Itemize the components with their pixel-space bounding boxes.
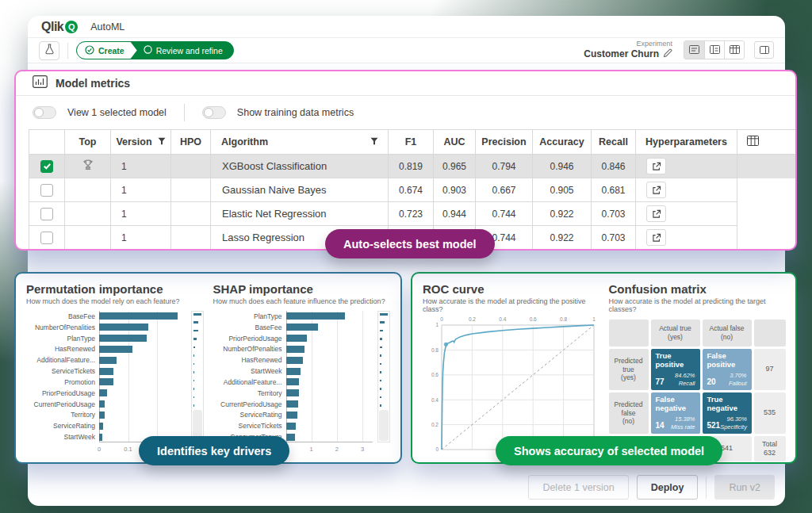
open-hyperparameters-button[interactable] [646,182,666,198]
table-view-button[interactable] [724,41,744,59]
cell-select[interactable] [29,202,65,226]
bar-track [99,412,186,419]
open-hyperparameters-button[interactable] [646,158,666,174]
bar-track [286,378,373,385]
bar-chart-rows: PlanTypeBaseFeePriorPeriodUsageNumberOfP… [213,311,373,442]
bar-row: NumberOfPenalties [213,345,373,353]
bar-label: NumberOfPenalities [26,323,99,331]
footer-divider [706,477,707,499]
filter-icon[interactable] [370,136,378,147]
bar-chart-rows: BaseFeeNumberOfPenalitiesPlanTypeHasRene… [26,311,186,442]
pencil-icon[interactable] [663,48,672,61]
col-picker[interactable] [737,129,795,155]
cm-grand-total: Total 632 [754,436,786,461]
confusion-cell-true-positive: True positive7784.62% Recall [651,349,700,390]
show-training-toggle[interactable] [202,106,226,119]
bar-label: PriorPeriodUsage [213,335,286,343]
list-view-button[interactable] [704,41,724,59]
svg-text:0.4: 0.4 [431,397,439,403]
bar-row: CurrentPeriodUsage [213,400,373,408]
experiment-config-button[interactable] [39,41,59,60]
confusion-matrix-chart: Confusion matrix How accurate is the mod… [609,282,786,454]
chart-title: ROC curve [423,282,599,296]
svg-text:0.2: 0.2 [431,422,439,427]
bar-label: AdditionalFeature... [26,356,99,364]
cell-accuracy: 0.922 [533,202,592,226]
x-tick-label: 1 [310,446,313,453]
view-selected-toggle[interactable] [33,106,56,119]
x-axis: 0123 [286,444,373,454]
bar [286,346,304,353]
open-hyperparameters-button[interactable] [646,205,666,222]
svg-text:0.4: 0.4 [499,316,506,322]
row-checkbox[interactable] [40,232,53,244]
bar-track [99,389,186,396]
bar-label: HasRenewed [213,356,286,364]
bar-row: CurrentPeriodUsage [26,400,186,408]
bar [99,368,113,375]
row-checkbox[interactable] [40,208,53,220]
col-top: Top [65,129,111,155]
bar-label: BaseFee [213,323,286,331]
bar-label: AdditionalFeature... [213,378,286,386]
bar-row: Territory [213,389,373,397]
cell-version: 1 [111,226,171,250]
bar [99,378,113,385]
cell-select[interactable] [29,226,65,250]
table-row[interactable]: 1Elastic Net Regression0.7230.9440.7440.… [29,202,795,226]
row-checkbox[interactable] [40,160,53,173]
cell-select[interactable] [29,178,65,202]
step-review-refine[interactable]: Review and refine [134,42,233,59]
key-drivers-badge: Identifies key drivers [139,436,289,465]
bar-track [286,389,373,396]
card-view-icon [689,43,699,57]
bar [99,400,105,408]
bar-label: StartWeek [213,367,286,375]
cell-algorithm: Elastic Net Regression [211,202,389,226]
svg-text:0: 0 [440,316,443,322]
step-create[interactable]: Create [77,42,137,59]
row-checkbox[interactable] [40,184,53,197]
roc-plot: 010.20.80.40.60.60.40.80.210 [423,315,600,454]
cell-select[interactable] [29,155,65,178]
table-view-icon [730,43,740,57]
cell-accuracy: 0.905 [533,178,592,202]
bar-row: StartWeek [213,367,373,375]
col-algorithm[interactable]: Algorithm [211,129,389,155]
chart-minimap-scrollbar[interactable] [191,311,204,442]
app-title: AutoML [90,21,124,33]
bar-track [286,368,373,375]
bar-row: Territory [26,411,186,419]
open-hyperparameters-button[interactable] [646,229,666,246]
card-view-button[interactable] [684,41,704,59]
cell-version: 1 [111,178,171,202]
filter-icon[interactable] [158,136,166,147]
bar [99,323,148,331]
bar-label: Promotion [26,378,99,386]
bar-track [286,335,373,342]
bar-row: AdditionalFeature... [213,378,373,386]
cell-precision: 0.667 [476,178,533,202]
chart-minimap-scrollbar[interactable] [377,311,390,442]
cell-end [737,226,795,250]
table-row[interactable]: 1XGBoost Classification0.8190.9650.7940.… [29,155,795,178]
footer-actions: Delete 1 version Deploy Run v2 [528,475,775,500]
cm-col-header: Actual false (no) [703,320,752,346]
cell-version: 1 [111,155,171,178]
bar-label: ServiceRating [213,411,286,419]
importance-charts-card: Permutation importance How much does the… [14,272,402,464]
chart-subtitle: How accurate is the model at predicting … [423,297,599,313]
table-row[interactable]: 1Gaussian Naive Bayes0.6740.9030.6670.90… [29,178,795,202]
bar-track [286,357,373,364]
cell-precision: 0.744 [476,202,533,226]
x-tick-label: 0 [98,446,101,453]
col-version[interactable]: Version [111,129,171,155]
side-panel-button[interactable] [754,41,774,59]
deploy-button[interactable]: Deploy [637,475,699,500]
cell-end [737,155,795,178]
col-auc: AUC [434,129,476,155]
svg-text:0.8: 0.8 [431,347,439,353]
cell-hyperparameters [636,226,737,250]
column-picker-icon[interactable] [747,136,759,148]
chart-title: Confusion matrix [609,282,786,296]
